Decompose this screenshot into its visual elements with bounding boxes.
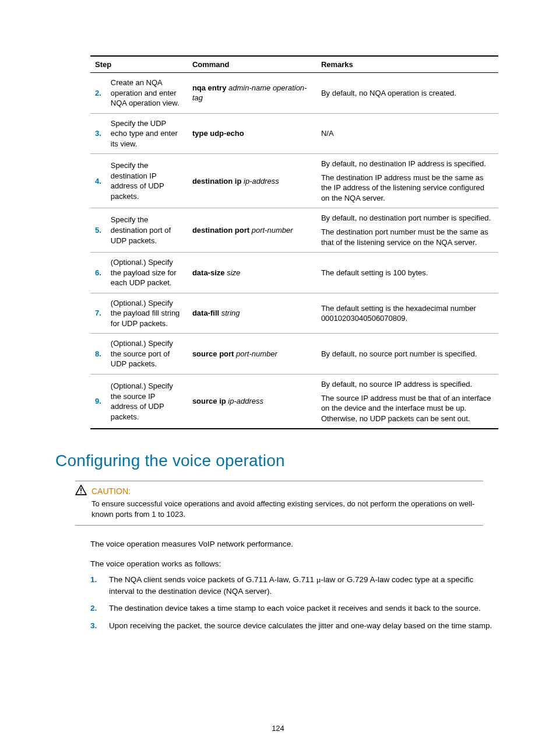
- step-remarks: By default, no destination port number i…: [316, 208, 498, 253]
- table-row: 7. (Optional.) Specify the payload fill …: [90, 293, 498, 334]
- step-number: 4.: [90, 154, 106, 208]
- step-remarks: The default setting is 100 bytes.: [316, 253, 498, 293]
- step-desc: Specify the destination port of UDP pack…: [106, 208, 188, 253]
- svg-rect-2: [80, 492, 82, 494]
- step-command: data-fill string: [188, 293, 316, 334]
- table-row: 9. (Optional.) Specify the source IP add…: [90, 374, 498, 429]
- section-heading: Configuring the voice operation: [55, 452, 501, 470]
- numbered-list: 1. The NQA client sends voice packets of…: [90, 574, 498, 631]
- col-step: Step: [90, 56, 188, 73]
- paragraph: The voice operation works as follows:: [90, 558, 498, 570]
- svg-rect-1: [80, 488, 82, 492]
- step-command: destination ip ip-address: [188, 154, 316, 208]
- list-item: 1. The NQA client sends voice packets of…: [90, 574, 498, 597]
- step-desc: Specify the destination IP address of UD…: [106, 154, 188, 208]
- step-remarks: The default setting is the hexadecimal n…: [316, 293, 498, 334]
- step-remarks: By default, no source IP address is spec…: [316, 374, 498, 429]
- step-remarks: N/A: [316, 113, 498, 154]
- table-header-row: Step Command Remarks: [90, 56, 498, 73]
- step-command: nqa entry admin-name operation-tag: [188, 73, 316, 114]
- step-number: 3.: [90, 113, 106, 154]
- step-number: 6.: [90, 253, 106, 293]
- step-remarks: By default, no source port number is spe…: [316, 334, 498, 374]
- table-row: 3. Specify the UDP echo type and enter i…: [90, 113, 498, 154]
- step-number: 2.: [90, 73, 106, 114]
- step-number: 8.: [90, 334, 106, 374]
- step-number: 5.: [90, 208, 106, 253]
- list-item: 2. The destination device takes a time s…: [90, 603, 498, 614]
- step-desc: (Optional.) Specify the source IP addres…: [106, 374, 188, 429]
- step-desc: (Optional.) Specify the source port of U…: [106, 334, 188, 374]
- caution-label: CAUTION:: [92, 485, 483, 497]
- step-number: 9.: [90, 374, 106, 429]
- step-command: source ip ip-address: [188, 374, 316, 429]
- step-command: source port port-number: [188, 334, 316, 374]
- step-command: data-size size: [188, 253, 316, 293]
- step-desc: (Optional.) Specify the payload fill str…: [106, 293, 188, 334]
- step-command: destination port port-number: [188, 208, 316, 253]
- col-remarks: Remarks: [316, 56, 498, 73]
- caution-icon: [75, 485, 92, 499]
- table-row: 8. (Optional.) Specify the source port o…: [90, 334, 498, 374]
- col-command: Command: [188, 56, 316, 73]
- page-number: 124: [0, 724, 556, 733]
- step-remarks: By default, no NQA operation is created.: [316, 73, 498, 114]
- step-desc: (Optional.) Specify the payload size for…: [106, 253, 188, 293]
- step-remarks: By default, no destination IP address is…: [316, 154, 498, 208]
- caution-text: To ensure successful voice operations an…: [92, 499, 483, 521]
- step-number: 7.: [90, 293, 106, 334]
- table-row: 4. Specify the destination IP address of…: [90, 154, 498, 208]
- table-row: 5. Specify the destination port of UDP p…: [90, 208, 498, 253]
- paragraph: The voice operation measures VoIP networ…: [90, 538, 498, 550]
- step-desc: Specify the UDP echo type and enter its …: [106, 113, 188, 154]
- step-desc: Create an NQA operation and enter NQA op…: [106, 73, 188, 114]
- steps-table: Step Command Remarks 2. Create an NQA op…: [90, 55, 498, 429]
- table-row: 6. (Optional.) Specify the payload size …: [90, 253, 498, 293]
- caution-block: CAUTION: To ensure successful voice oper…: [75, 481, 483, 526]
- step-command: type udp-echo: [188, 113, 316, 154]
- list-item: 3. Upon receiving the packet, the source…: [90, 620, 498, 632]
- table-row: 2. Create an NQA operation and enter NQA…: [90, 73, 498, 114]
